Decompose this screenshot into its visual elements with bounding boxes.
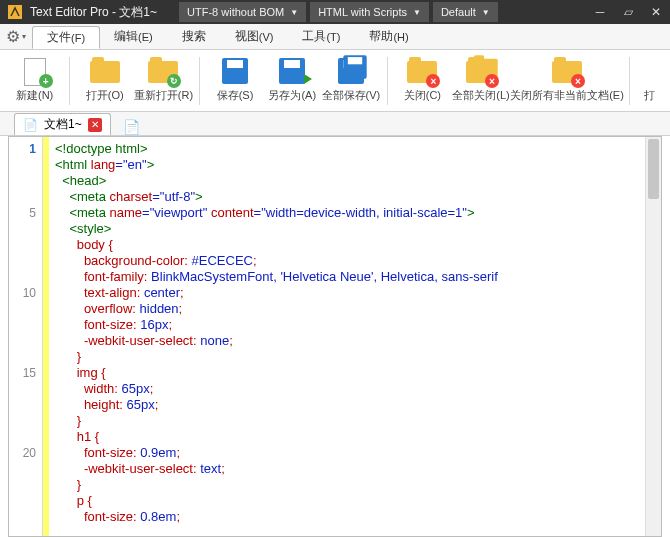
encoding-dropdown[interactable]: UTF-8 without BOM▼ [179, 2, 306, 22]
document-tab[interactable]: 📄 文档1~ ✕ [14, 113, 111, 135]
new-button[interactable]: +新建(N) [8, 52, 61, 110]
app-icon [6, 3, 24, 21]
close-button[interactable]: ×关闭(C) [396, 52, 449, 110]
tab-label: 文档1~ [44, 116, 82, 133]
x-icon: × [571, 74, 585, 88]
new-tab-button[interactable]: 📄 [119, 119, 144, 135]
x-icon: × [485, 74, 499, 88]
line-gutter: 1 5 10 15 20 [9, 137, 43, 536]
save-button[interactable]: 保存(S) [208, 52, 261, 110]
close-others-button[interactable]: ×关闭所有非当前文档(E) [513, 52, 621, 110]
document-tabs: 📄 文档1~ ✕ 📄 [0, 112, 670, 136]
x-icon: × [426, 74, 440, 88]
minimize-button[interactable]: ─ [586, 0, 614, 24]
menu-view[interactable]: 视图(V) [221, 24, 289, 49]
refresh-icon: ↻ [167, 74, 181, 88]
saveas-button[interactable]: 另存为(A) [266, 52, 319, 110]
open-button[interactable]: 打开(O) [78, 52, 131, 110]
file-icon: 📄 [23, 118, 38, 132]
reopen-button[interactable]: ↻重新打开(R) [135, 52, 191, 110]
saveall-button[interactable]: 全部保存(V) [323, 52, 379, 110]
menu-file[interactable]: 文件(F) [32, 26, 100, 49]
closeall-button[interactable]: ×全部关闭(L) [453, 52, 509, 110]
chevron-down-icon: ▼ [482, 8, 490, 17]
menu-tools[interactable]: 工具(T) [288, 24, 355, 49]
language-dropdown[interactable]: HTML with Scripts▼ [310, 2, 429, 22]
chevron-down-icon: ▼ [290, 8, 298, 17]
plus-icon: + [39, 74, 53, 88]
menubar: ⚙▾ 文件(F) 编辑(E) 搜索 视图(V) 工具(T) 帮助(H) [0, 24, 670, 50]
tab-close-button[interactable]: ✕ [88, 118, 102, 132]
toolbar: +新建(N) 打开(O) ↻重新打开(R) 保存(S) 另存为(A) 全部保存(… [0, 50, 670, 112]
profile-dropdown[interactable]: Default▼ [433, 2, 498, 22]
close-window-button[interactable]: ✕ [642, 0, 670, 24]
scrollbar-thumb[interactable] [648, 139, 659, 199]
arrow-icon [304, 74, 312, 84]
scrollbar[interactable] [645, 137, 661, 536]
code-area[interactable]: <!doctype html> <html lang="en"> <head> … [49, 137, 661, 536]
menu-search[interactable]: 搜索 [168, 24, 221, 49]
titlebar: Text Editor Pro - 文档1~ UTF-8 without BOM… [0, 0, 670, 24]
settings-button[interactable]: ⚙▾ [0, 24, 32, 49]
print-button[interactable]: 打 [638, 52, 662, 110]
menu-edit[interactable]: 编辑(E) [100, 24, 168, 49]
menu-help[interactable]: 帮助(H) [355, 24, 423, 49]
editor: 1 5 10 15 20 <!doctype html> <html lang=… [8, 136, 662, 537]
maximize-button[interactable]: ▱ [614, 0, 642, 24]
chevron-down-icon: ▼ [413, 8, 421, 17]
app-title: Text Editor Pro - 文档1~ [30, 4, 177, 21]
